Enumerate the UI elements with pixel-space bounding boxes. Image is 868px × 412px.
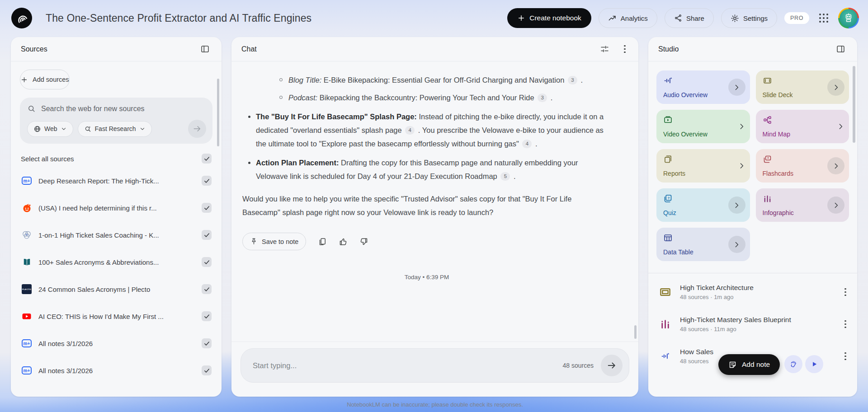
- tile-label: Slide Deck: [763, 91, 793, 98]
- reddit-icon: [22, 203, 32, 213]
- search-input[interactable]: Search the web for new sources: [41, 105, 145, 113]
- source-item[interactable]: 100+ Sales Acronyms & Abbreviations...: [11, 248, 222, 276]
- source-checkbox[interactable]: [202, 176, 212, 186]
- citation-chip[interactable]: 3: [538, 94, 547, 102]
- chat-date-divider: Today • 6:39 PM: [242, 274, 611, 281]
- source-title: All notes 3/1/2026: [38, 340, 93, 347]
- source-checkbox[interactable]: [202, 257, 212, 267]
- artifact-menu-icon[interactable]: [842, 350, 849, 363]
- search-submit-button[interactable]: [188, 120, 206, 138]
- sources-scrollbar[interactable]: [217, 79, 219, 146]
- chat-transcript[interactable]: Blog Title: E-Bike Bikepacking: Essentia…: [231, 61, 638, 342]
- notebooklm-notes-icon: m+: [22, 366, 32, 375]
- globe-icon: [33, 125, 41, 133]
- chat-scrollbar[interactable]: [634, 325, 637, 339]
- apps-grid-icon[interactable]: [819, 14, 828, 23]
- web-source-chip[interactable]: Web: [27, 121, 73, 137]
- studio-tile-video-overview[interactable]: Video Overview: [656, 110, 750, 143]
- studio-tile-quiz[interactable]: ?Quiz: [656, 188, 750, 222]
- gear-icon: [731, 14, 739, 23]
- artifact-meta: 48 sources · 1m ago: [680, 294, 754, 300]
- chevron-right-icon[interactable]: [728, 197, 745, 214]
- add-sources-button[interactable]: Add sources: [20, 70, 70, 89]
- audio-waveform-icon: [660, 351, 670, 361]
- share-button[interactable]: Share: [665, 8, 714, 28]
- chevron-right-icon[interactable]: [837, 123, 844, 131]
- studio-tile-audio-overview[interactable]: Audio Overview: [656, 70, 750, 104]
- select-all-checkbox[interactable]: [202, 154, 212, 164]
- studio-tile-slide-deck[interactable]: Slide Deck: [756, 70, 849, 104]
- citation-chip[interactable]: 4: [405, 126, 415, 135]
- source-item[interactable]: m+All notes 3/1/2026: [11, 357, 222, 384]
- source-checkbox[interactable]: [202, 284, 212, 294]
- create-notebook-button[interactable]: Create notebook: [507, 8, 591, 28]
- bullet-marker: [279, 96, 283, 99]
- thumbs-down-icon[interactable]: [359, 237, 368, 246]
- thumbs-up-icon[interactable]: [339, 237, 348, 246]
- source-title: 100+ Sales Acronyms & Abbreviations...: [38, 258, 159, 266]
- research-mode-chip[interactable]: Fast Research: [78, 121, 152, 137]
- chevron-right-icon[interactable]: [827, 157, 844, 174]
- source-item[interactable]: AI CEO: THIS is How I'd Make My First ..…: [11, 303, 222, 330]
- chevron-right-icon[interactable]: [728, 236, 745, 253]
- citation-chip[interactable]: 5: [500, 172, 510, 181]
- sources-count-label: 48 sources: [563, 362, 594, 369]
- source-item[interactable]: m+Deep Research Report: The High-Tick...: [11, 167, 222, 194]
- citation-chip[interactable]: 3: [568, 76, 577, 84]
- source-item[interactable]: 1-on-1 High Ticket Sales Coaching - K...: [11, 221, 222, 248]
- chevron-right-icon[interactable]: [827, 197, 844, 214]
- search-icon: [27, 104, 36, 113]
- share-icon: [674, 14, 682, 22]
- chevron-down-icon: [139, 126, 146, 132]
- collapse-panel-icon[interactable]: [834, 42, 847, 56]
- tile-label: Video Overview: [663, 131, 708, 138]
- chat-panel-title: Chat: [241, 45, 257, 53]
- source-item[interactable]: m+All notes 3/1/2026: [11, 330, 222, 357]
- source-checkbox[interactable]: [202, 203, 212, 213]
- copy-icon[interactable]: [318, 237, 327, 246]
- notebook-title[interactable]: The One-Sentence Profit Extractor and AI…: [46, 12, 311, 24]
- chevron-right-icon[interactable]: [738, 123, 745, 131]
- collapse-panel-icon[interactable]: [198, 42, 212, 56]
- save-to-note-button[interactable]: Save to note: [242, 233, 306, 250]
- source-checkbox[interactable]: [202, 311, 212, 321]
- studio-tile-data-table[interactable]: Data Table: [656, 228, 750, 261]
- play-icon: [810, 360, 818, 368]
- citation-chip[interactable]: 4: [522, 140, 532, 148]
- source-title: AI CEO: THIS is How I'd Make My First ..…: [38, 313, 164, 320]
- notebooklm-logo-icon[interactable]: [11, 8, 32, 28]
- tile-label: Mind Map: [763, 131, 790, 138]
- play-button[interactable]: [805, 355, 823, 373]
- avatar[interactable]: [838, 8, 859, 28]
- chevron-right-icon[interactable]: [728, 79, 745, 96]
- tile-label: Audio Overview: [663, 91, 708, 98]
- studio-scrollbar[interactable]: [853, 66, 855, 143]
- studio-tile-mind-map[interactable]: Mind Map: [756, 110, 849, 143]
- source-item[interactable]: PLECTO24 Common Sales Acronyms | Plecto: [11, 276, 222, 303]
- sources-list: m+Deep Research Report: The High-Tick...…: [11, 167, 222, 384]
- tile-label: Quiz: [663, 209, 676, 216]
- chat-settings-icon[interactable]: [598, 42, 611, 56]
- analytics-button[interactable]: Analytics: [599, 8, 657, 28]
- chevron-right-icon[interactable]: [827, 79, 844, 96]
- select-all-label: Select all sources: [21, 155, 74, 163]
- source-checkbox[interactable]: [202, 230, 212, 240]
- web-search-box[interactable]: Search the web for new sources Web Fast …: [20, 98, 212, 144]
- studio-artifact-row[interactable]: High Ticket Architecture48 sources · 1m …: [648, 276, 857, 308]
- settings-button[interactable]: Settings: [721, 8, 777, 28]
- artifact-menu-icon[interactable]: [842, 318, 849, 331]
- add-note-button[interactable]: Add note: [718, 354, 780, 375]
- source-checkbox[interactable]: [202, 338, 212, 348]
- interactive-mode-button[interactable]: [784, 355, 802, 373]
- source-checkbox[interactable]: [202, 365, 212, 375]
- chat-input[interactable]: Start typing... 48 sources: [241, 348, 629, 383]
- studio-tile-infographic[interactable]: Infographic: [756, 188, 849, 222]
- studio-tile-flashcards[interactable]: Flashcards: [756, 149, 849, 183]
- studio-artifact-row[interactable]: High-Ticket Mastery Sales Blueprint48 so…: [648, 308, 857, 340]
- studio-tile-reports[interactable]: Reports: [656, 149, 750, 183]
- chat-menu-icon[interactable]: [621, 42, 628, 56]
- chevron-right-icon[interactable]: [738, 162, 745, 170]
- source-item[interactable]: (USA) I need help determining if this r.…: [11, 194, 222, 221]
- send-button[interactable]: [601, 355, 623, 376]
- artifact-menu-icon[interactable]: [842, 286, 849, 299]
